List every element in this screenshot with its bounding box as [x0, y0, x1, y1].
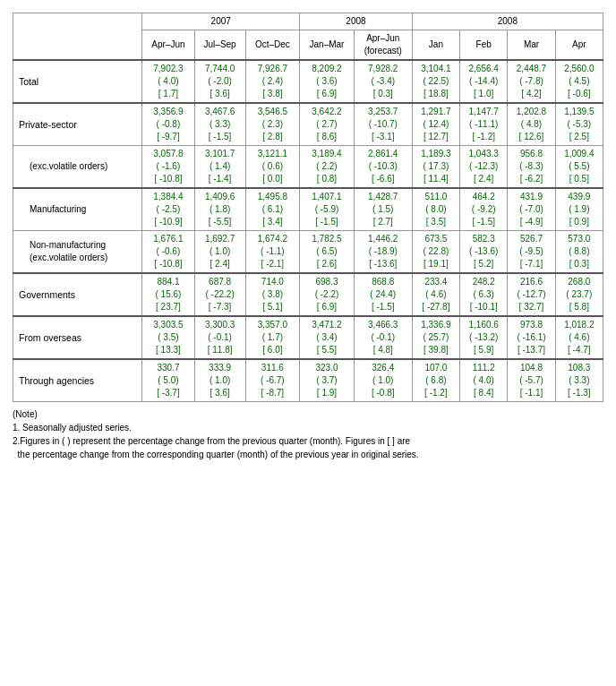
data-cell: 3,101.7( 1.4)[ -1.4]	[194, 146, 245, 189]
data-cell: 1,189.3( 17.3)[ 11.4]	[412, 146, 459, 189]
data-cell: 7,926.7( 2.4)[ 3.8]	[245, 60, 300, 103]
data-cell: 1,336.9( 25.7)[ 39.8]	[412, 316, 459, 359]
page: 2007 2008 2008 Apr–Jun Jul–Sep Oct–Dec J…	[0, 0, 616, 474]
data-cell: 1,676.1( -0.6)[ -10.8]	[142, 231, 194, 274]
table-row: Total7,902.3( 4.0)[ 1.7]7,744.0( -2.0)[ …	[13, 60, 603, 103]
data-cell: 333.9( 1.0)[ 3.6]	[194, 359, 245, 402]
data-cell: 687.8( -22.2)[ -7.3]	[194, 273, 245, 316]
data-cell: 2,448.7( -7.8)[ 4.2]	[508, 60, 555, 103]
data-cell: 1,782.5( 6.5)[ 2.6]	[300, 231, 355, 274]
data-cell: 973.8( -16.1)[ -13.7]	[508, 316, 555, 359]
data-cell: 111.2( 4.0)[ 8.4]	[460, 359, 508, 402]
header-2008a: 2008	[300, 13, 413, 30]
data-cell: 1,495.8( 6.1)[ 3.4]	[245, 188, 300, 231]
data-cell: 323.0( 3.7)[ 1.9]	[300, 359, 355, 402]
data-cell: 1,407.1( -5.9)[ -1.5]	[300, 188, 355, 231]
data-cell: 1,009.4( 5.5)[ 0.5]	[555, 146, 603, 189]
data-cell: 3,466.3( -0.1)[ 4.8]	[354, 316, 412, 359]
notes-section: (Note) 1. Seasonally adjusted series. 2.…	[13, 407, 603, 461]
data-cell: 2,861.4( -10.3)[ -6.6]	[354, 146, 412, 189]
row-label: Total	[13, 60, 142, 103]
table-row: From overseas3,303.5( 3.5)[ 13.3]3,300.3…	[13, 316, 603, 359]
row-label: Private-sector	[13, 103, 142, 146]
header-2008b: 2008	[412, 13, 603, 30]
table-row: Governments884.1( 15.6)[ 23.7]687.8( -22…	[13, 273, 603, 316]
data-cell: 3,253.7( -10.7)[ -3.1]	[354, 103, 412, 146]
header-apr-jun: Apr–Jun	[142, 30, 194, 61]
data-cell: 1,202.8( 4.8)[ 12.6]	[508, 103, 555, 146]
data-cell: 956.8( -8.3)[ -6.2]	[508, 146, 555, 189]
data-cell: 526.7( -9.5)[ -7.1]	[508, 231, 555, 274]
table-row: Through agencies330.7( 5.0)[ -3.7]333.9(…	[13, 359, 603, 402]
data-cell: 1,428.7( 1.5)[ 2.7]	[354, 188, 412, 231]
data-cell: 3,642.2( 2.7)[ 8.6]	[300, 103, 355, 146]
row-label: From overseas	[13, 316, 142, 359]
data-cell: 311.6( -6.7)[ -8.7]	[245, 359, 300, 402]
data-cell: 107.0( 6.8)[ -1.2]	[412, 359, 459, 402]
header-jan: Jan	[412, 30, 459, 61]
row-label: Through agencies	[13, 359, 142, 402]
table-row: (exc.volatile orders)3,057.8( -1.6)[ -10…	[13, 146, 603, 189]
data-cell: 3,104.1( 22.5)[ 18.8]	[412, 60, 459, 103]
data-cell: 2,656.4( -14.4)[ 1.0]	[460, 60, 508, 103]
data-cell: 7,928.2( -3.4)[ 0.3]	[354, 60, 412, 103]
data-cell: 216.6( -12.7)[ 32.7]	[508, 273, 555, 316]
data-cell: 1,147.7( -11.1)[ -1.2]	[460, 103, 508, 146]
header-apr: Apr	[555, 30, 603, 61]
data-cell: 3,057.8( -1.6)[ -10.8]	[142, 146, 194, 189]
header-oct-dec: Oct–Dec	[245, 30, 300, 61]
data-cell: 3,189.4( 2.2)[ 0.8]	[300, 146, 355, 189]
data-cell: 8,209.2( 3.6)[ 6.9]	[300, 60, 355, 103]
data-cell: 1,384.4( -2.5)[ -10.9]	[142, 188, 194, 231]
data-cell: 573.0( 8.8)[ 0.3]	[555, 231, 603, 274]
row-label: Governments	[13, 273, 142, 316]
header-jul-sep: Jul–Sep	[194, 30, 245, 61]
data-cell: 7,902.3( 4.0)[ 1.7]	[142, 60, 194, 103]
row-label: Manufacturing	[13, 188, 142, 231]
data-cell: 1,139.5( -5.3)[ 2.5]	[555, 103, 603, 146]
header-jan-mar: Jan–Mar	[300, 30, 355, 61]
header-mar: Mar	[508, 30, 555, 61]
header-feb: Feb	[460, 30, 508, 61]
data-cell: 464.2( -9.2)[ -1.5]	[460, 188, 508, 231]
data-cell: 698.3( -2.2)[ 6.9]	[300, 273, 355, 316]
data-cell: 3,471.2( 3.4)[ 5.5]	[300, 316, 355, 359]
data-cell: 3,467.6( 3.3)[ -1.5]	[194, 103, 245, 146]
note-header: (Note)	[13, 407, 603, 421]
data-cell: 511.0( 8.0)[ 3.5]	[412, 188, 459, 231]
data-cell: 2,560.0( 4.5)[ -0.6]	[555, 60, 603, 103]
data-cell: 3,121.1( 0.6)[ 0.0]	[245, 146, 300, 189]
table-row: Non-manufacturing(exc.volatile orders)1,…	[13, 231, 603, 274]
data-cell: 673.5( 22.8)[ 19.1]	[412, 231, 459, 274]
table-row: Private-sector3,356.9( -0.8)[ -9.7]3,467…	[13, 103, 603, 146]
note-1: 1. Seasonally adjusted series.	[13, 421, 603, 434]
data-cell: 7,744.0( -2.0)[ 3.6]	[194, 60, 245, 103]
data-cell: 1,409.6( 1.8)[ -5.5]	[194, 188, 245, 231]
data-cell: 1,692.7( 1.0)[ 2.4]	[194, 231, 245, 274]
data-cell: 1,018.2( 4.6)[ -4.7]	[555, 316, 603, 359]
data-cell: 3,356.9( -0.8)[ -9.7]	[142, 103, 194, 146]
data-cell: 868.8( 24.4)[ -1.5]	[354, 273, 412, 316]
data-cell: 1,674.2( -1.1)[ -2.1]	[245, 231, 300, 274]
data-cell: 233.4( 4.6)[ -27.8]	[412, 273, 459, 316]
data-cell: 3,546.5( 2.3)[ 2.8]	[245, 103, 300, 146]
main-table: 2007 2008 2008 Apr–Jun Jul–Sep Oct–Dec J…	[13, 13, 603, 402]
data-cell: 884.1( 15.6)[ 23.7]	[142, 273, 194, 316]
row-label: (exc.volatile orders)	[13, 146, 142, 189]
data-cell: 3,357.0( 1.7)[ 6.0]	[245, 316, 300, 359]
data-cell: 108.3( 3.3)[ -1.3]	[555, 359, 603, 402]
header-apr-jun-fc: Apr–Jun(forecast)	[354, 30, 412, 61]
data-cell: 248.2( 6.3)[ -10.1]	[460, 273, 508, 316]
data-cell: 3,300.3( -0.1)[ 11.8]	[194, 316, 245, 359]
data-cell: 268.0( 23.7)[ 5.8]	[555, 273, 603, 316]
header-2007: 2007	[142, 13, 300, 30]
data-cell: 330.7( 5.0)[ -3.7]	[142, 359, 194, 402]
note-2b: the percentage change from the correspon…	[13, 448, 603, 461]
data-cell: 582.3( -13.6)[ 5.2]	[460, 231, 508, 274]
data-cell: 1,446.2( -18.9)[ -13.6]	[354, 231, 412, 274]
table-row: Manufacturing1,384.4( -2.5)[ -10.9]1,409…	[13, 188, 603, 231]
data-cell: 1,291.7( 12.4)[ 12.7]	[412, 103, 459, 146]
note-2: 2.Figures in ( ) represent the percentag…	[13, 434, 603, 448]
header-label	[13, 13, 142, 61]
data-cell: 1,160.6( -13.2)[ 5.9]	[460, 316, 508, 359]
